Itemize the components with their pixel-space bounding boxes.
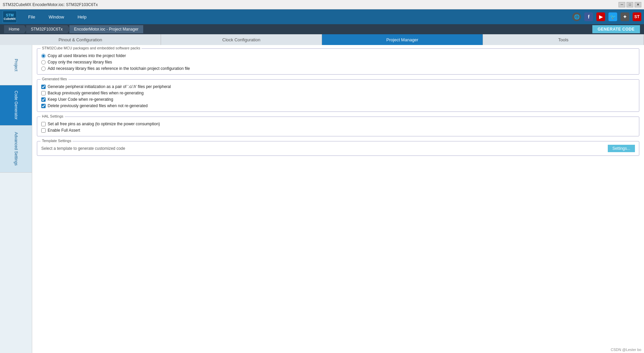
breadcrumb-bar: Home STM32F103C6Tx EncoderMotor.ioc - Pr… [0, 24, 644, 34]
generated-files-check-group: Generate peripheral initialization as a … [41, 84, 635, 108]
hal-settings-check-group: Set all free pins as analog (to optimize… [41, 122, 635, 133]
breadcrumb-project[interactable]: EncoderMotor.ioc - Project Manager [69, 25, 143, 33]
stm-logo: STM CubeMX [3, 11, 17, 23]
template-row: Select a template to generate customized… [41, 145, 635, 152]
stm32cube-radio-group: Copy all used libraries into the project… [41, 53, 635, 71]
menu-help[interactable]: Help [75, 13, 89, 21]
generated-files-section: Generated files Generate peripheral init… [37, 79, 639, 112]
radio-copy-necessary-input[interactable] [41, 60, 46, 64]
logo-area: STM CubeMX File Window Help [3, 11, 89, 23]
hal-settings-section: HAL Settings Set all free pins as analog… [37, 117, 639, 136]
check-full-assert[interactable]: Enable Full Assert [41, 128, 635, 133]
minimize-button[interactable]: ─ [619, 2, 625, 7]
check-keep-user-code-input[interactable] [41, 97, 46, 102]
social-icons: 🌐 f ▶ 🐦 ✦ ST [572, 12, 641, 21]
check-full-assert-input[interactable] [41, 128, 46, 133]
check-peripheral-init[interactable]: Generate peripheral initialization as a … [41, 84, 635, 89]
generated-files-title: Generated files [41, 77, 68, 81]
template-settings-section: Template Settings Select a template to g… [37, 141, 639, 156]
check-peripheral-init-input[interactable] [41, 85, 46, 89]
tab-pinout[interactable]: Pinout & Configuration [0, 34, 161, 45]
template-placeholder-text: Select a template to generate customized… [41, 146, 125, 151]
template-settings-title: Template Settings [41, 139, 72, 143]
sidebar-item-advanced-settings[interactable]: Advanced Settings [0, 126, 32, 173]
radio-add-reference[interactable]: Add necessary library files as reference… [41, 66, 635, 71]
check-backup-files[interactable]: Backup previously generated files when r… [41, 91, 635, 95]
content-area: STM32Cube MCU packages and embedded soft… [32, 45, 644, 353]
logo-cube-text: CubeMX [4, 17, 16, 20]
window-controls: ─ □ ✕ [619, 2, 641, 7]
radio-add-reference-input[interactable] [41, 67, 46, 71]
radio-copy-all-input[interactable] [41, 54, 46, 58]
radio-copy-necessary[interactable]: Copy only the necessary library files [41, 60, 635, 64]
st-icon[interactable]: ST [633, 12, 641, 21]
close-button[interactable]: ✕ [635, 2, 641, 7]
breadcrumb-nav: Home STM32F103C6Tx EncoderMotor.ioc - Pr… [4, 25, 143, 33]
tab-clock[interactable]: Clock Configuration [161, 34, 322, 45]
breadcrumb-home[interactable]: Home [4, 25, 24, 33]
check-keep-user-code[interactable]: Keep User Code when re-generating [41, 97, 635, 102]
youtube-icon[interactable]: ▶ [596, 12, 605, 21]
check-backup-files-input[interactable] [41, 91, 46, 95]
menubar: STM CubeMX File Window Help 🌐 f ▶ 🐦 ✦ ST [0, 9, 644, 24]
tab-tools[interactable]: Tools [483, 34, 644, 45]
titlebar: STM32CubeMX EncoderMotor.ioc: STM32F103C… [0, 0, 644, 9]
check-free-pins-analog[interactable]: Set all free pins as analog (to optimize… [41, 122, 635, 126]
hal-settings-title: HAL Settings [41, 114, 65, 118]
breadcrumb-mcu[interactable]: STM32F103C6Tx [26, 25, 67, 33]
window-title: STM32CubeMX EncoderMotor.ioc: STM32F103C… [3, 2, 98, 7]
check-free-pins-analog-input[interactable] [41, 122, 46, 126]
menu-items: File Window Help [25, 13, 89, 21]
globe-icon[interactable]: 🌐 [572, 12, 581, 21]
generate-code-button[interactable]: GENERATE CODE [592, 25, 640, 33]
sidebar: Project Code Generator Advanced Settings [0, 45, 32, 353]
facebook-icon[interactable]: f [584, 12, 593, 21]
check-delete-generated[interactable]: Delete previously generated files when n… [41, 103, 635, 108]
check-delete-generated-input[interactable] [41, 104, 46, 108]
logo-stm-text: STM [6, 13, 13, 17]
settings-button[interactable]: Settings... [608, 145, 635, 152]
radio-copy-all[interactable]: Copy all used libraries into the project… [41, 53, 635, 58]
tab-project-manager[interactable]: Project Manager [322, 34, 483, 45]
main-layout: Project Code Generator Advanced Settings… [0, 45, 644, 353]
tabbar: Pinout & Configuration Clock Configurati… [0, 34, 644, 45]
sidebar-item-project[interactable]: Project [0, 45, 32, 85]
star-icon[interactable]: ✦ [621, 12, 629, 21]
menu-file[interactable]: File [25, 13, 38, 21]
watermark: CSDN @Lester bo [611, 348, 641, 352]
maximize-button[interactable]: □ [627, 2, 633, 7]
menu-window[interactable]: Window [46, 13, 67, 21]
twitter-icon[interactable]: 🐦 [608, 12, 617, 21]
stm32cube-section: STM32Cube MCU packages and embedded soft… [37, 48, 639, 75]
stm32cube-section-title: STM32Cube MCU packages and embedded soft… [41, 46, 142, 50]
sidebar-item-code-generator[interactable]: Code Generator [0, 85, 32, 126]
